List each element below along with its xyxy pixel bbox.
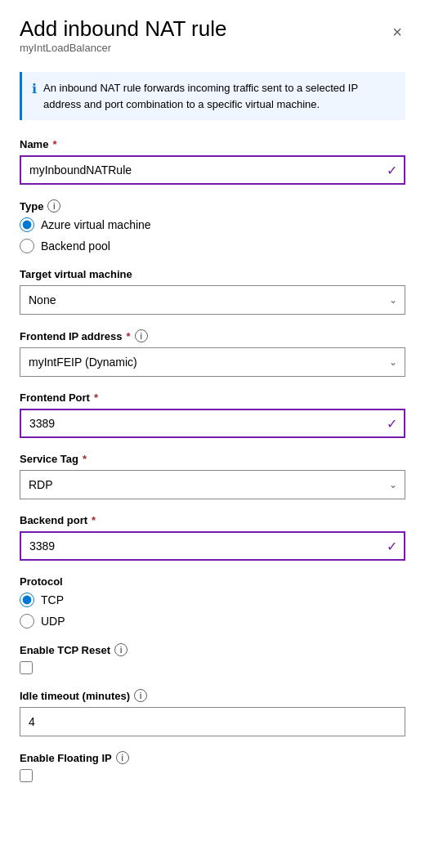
info-banner: ℹ An inbound NAT rule forwards incoming … (20, 72, 405, 120)
frontend-ip-select-wrapper: myIntFEIP (Dynamic) ⌄ (20, 347, 405, 377)
frontend-port-field-group: Frontend Port * ✓ (20, 391, 405, 438)
frontend-port-input-wrapper: ✓ (20, 409, 405, 438)
type-field-group: Type i Azure virtual machine Backend poo… (20, 199, 405, 253)
protocol-radio-udp[interactable] (20, 614, 34, 629)
target-vm-field-group: Target virtual machine None ⌄ (20, 268, 405, 315)
frontend-ip-label: Frontend IP address * i (20, 329, 405, 342)
frontend-ip-info-icon[interactable]: i (135, 329, 148, 342)
idle-timeout-field-group: Idle timeout (minutes) i (20, 689, 405, 736)
info-text: An inbound NAT rule forwards incoming tr… (43, 80, 396, 112)
type-radio-backend-pool[interactable] (20, 239, 34, 253)
info-icon: ℹ (32, 81, 37, 96)
floating-ip-checkbox-group (20, 769, 405, 782)
backend-port-label: Backend port * (20, 514, 405, 526)
protocol-option-udp[interactable]: UDP (20, 614, 405, 629)
type-backend-pool-label: Backend pool (41, 239, 110, 253)
idle-timeout-input-wrapper (20, 707, 405, 736)
tcp-reset-info-icon[interactable]: i (114, 643, 128, 656)
frontend-ip-select[interactable]: myIntFEIP (Dynamic) (20, 347, 405, 377)
service-tag-required-marker: * (83, 453, 87, 465)
name-check-icon: ✓ (387, 163, 397, 178)
idle-timeout-input[interactable] (20, 707, 405, 736)
type-option-backend-pool[interactable]: Backend pool (20, 239, 405, 253)
frontend-port-check-icon: ✓ (387, 416, 397, 432)
name-input[interactable] (20, 155, 405, 185)
type-azure-vm-label: Azure virtual machine (41, 218, 151, 231)
protocol-label: Protocol (20, 575, 405, 588)
frontend-port-label: Frontend Port * (20, 391, 405, 404)
floating-ip-label: Enable Floating IP i (20, 751, 405, 764)
type-radio-group: Azure virtual machine Backend pool (20, 217, 405, 253)
backend-port-field-group: Backend port * ✓ (20, 514, 405, 561)
protocol-option-tcp[interactable]: TCP (20, 593, 405, 607)
backend-port-required-marker: * (92, 514, 96, 526)
name-input-wrapper: ✓ (20, 155, 405, 185)
title-block: Add inbound NAT rule myIntLoadBalancer (20, 16, 226, 69)
target-vm-select-wrapper: None ⌄ (20, 285, 405, 315)
type-radio-azure-vm[interactable] (20, 217, 34, 232)
frontend-port-required-marker: * (94, 391, 98, 404)
floating-ip-field-group: Enable Floating IP i (20, 751, 405, 782)
protocol-radio-group: TCP UDP (20, 593, 405, 629)
name-required-marker: * (52, 138, 56, 150)
backend-port-input[interactable] (20, 531, 405, 561)
protocol-radio-tcp[interactable] (20, 593, 34, 607)
tcp-reset-checkbox-group (20, 661, 405, 674)
frontend-ip-required-marker: * (126, 330, 130, 342)
idle-timeout-label: Idle timeout (minutes) i (20, 689, 405, 702)
service-tag-select[interactable]: RDP (20, 470, 405, 499)
name-label: Name * (20, 138, 405, 150)
protocol-tcp-label: TCP (41, 593, 64, 606)
name-field-group: Name * ✓ (20, 138, 405, 185)
protocol-udp-label: UDP (41, 615, 65, 628)
frontend-port-input[interactable] (20, 409, 405, 438)
target-vm-select[interactable]: None (20, 285, 405, 315)
service-tag-select-wrapper: RDP ⌄ (20, 470, 405, 499)
backend-port-check-icon: ✓ (387, 539, 397, 554)
type-info-icon[interactable]: i (47, 199, 60, 213)
close-button[interactable]: × (389, 20, 405, 45)
type-option-azure-vm[interactable]: Azure virtual machine (20, 217, 405, 232)
type-label: Type i (20, 199, 405, 213)
tcp-reset-label: Enable TCP Reset i (20, 643, 405, 656)
frontend-ip-field-group: Frontend IP address * i myIntFEIP (Dynam… (20, 329, 405, 377)
target-vm-label: Target virtual machine (20, 268, 405, 280)
service-tag-label: Service Tag * (20, 453, 405, 465)
protocol-field-group: Protocol TCP UDP (20, 575, 405, 629)
service-tag-field-group: Service Tag * RDP ⌄ (20, 453, 405, 499)
dialog-subtitle: myIntLoadBalancer (20, 42, 226, 54)
dialog-header: Add inbound NAT rule myIntLoadBalancer × (20, 16, 405, 69)
tcp-reset-field-group: Enable TCP Reset i (20, 643, 405, 674)
dialog-title: Add inbound NAT rule (20, 16, 226, 42)
floating-ip-info-icon[interactable]: i (116, 751, 129, 764)
backend-port-input-wrapper: ✓ (20, 531, 405, 561)
tcp-reset-checkbox[interactable] (20, 661, 33, 674)
floating-ip-checkbox[interactable] (20, 769, 33, 782)
idle-timeout-info-icon[interactable]: i (134, 689, 147, 702)
